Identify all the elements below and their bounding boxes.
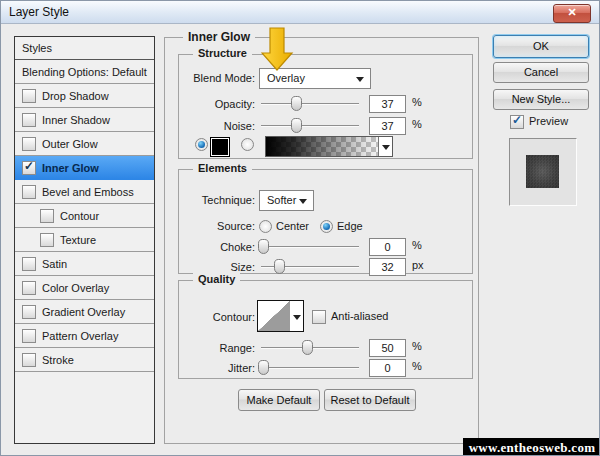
source-edge-label[interactable]: Edge — [337, 220, 363, 232]
slider-thumb[interactable] — [291, 96, 302, 111]
source-center-label[interactable]: Center — [276, 220, 309, 232]
solid-color-radio[interactable] — [195, 138, 208, 151]
source-label: Source: — [179, 219, 255, 234]
opacity-row: Opacity: 37 % — [179, 95, 472, 113]
choke-slider[interactable] — [261, 238, 359, 256]
sidebar-item-label: Contour — [60, 210, 99, 222]
jitter-row: Jitter: 0 % — [179, 359, 472, 377]
quality-section: Quality Contour: Anti-aliased Range: 50 … — [178, 280, 473, 379]
preview-glow-square — [526, 155, 559, 188]
gradient-picker[interactable] — [265, 136, 393, 157]
sidebar-item-label: Color Overlay — [42, 282, 109, 294]
reset-to-default-button[interactable]: Reset to Default — [324, 389, 416, 411]
choke-input[interactable]: 0 — [369, 238, 406, 256]
noise-input[interactable]: 37 — [369, 117, 406, 135]
bevel-emboss-checkbox[interactable] — [22, 185, 36, 199]
technique-label: Technique: — [179, 190, 255, 211]
outer-glow-checkbox[interactable] — [22, 137, 36, 151]
contour-checkbox[interactable] — [40, 209, 54, 223]
slider-thumb[interactable] — [274, 259, 285, 274]
sidebar-item-label: Inner Shadow — [42, 114, 110, 126]
make-default-button[interactable]: Make Default — [238, 389, 320, 411]
range-label: Range: — [179, 339, 255, 357]
preview-label[interactable]: Preview — [529, 115, 568, 127]
inner-shadow-checkbox[interactable] — [22, 113, 36, 127]
sidebar-item-pattern-overlay[interactable]: Pattern Overlay — [15, 324, 154, 348]
pattern-overlay-checkbox[interactable] — [22, 329, 36, 343]
range-unit: % — [412, 340, 422, 352]
sidebar-item-satin[interactable]: Satin — [15, 252, 154, 276]
watermark: www.entheosweb.com — [463, 438, 600, 456]
structure-section: Structure Blend Mode: Overlay Opacity: 3… — [178, 54, 473, 159]
layer-style-dialog: Layer Style ✕ Styles Blending Options: D… — [0, 0, 600, 456]
sidebar-item-inner-glow[interactable]: Inner Glow — [15, 156, 154, 180]
noise-label: Noise: — [179, 117, 255, 135]
texture-checkbox[interactable] — [40, 233, 54, 247]
slider-track — [261, 125, 359, 127]
styles-list-header: Styles — [15, 37, 154, 60]
noise-slider[interactable] — [261, 117, 359, 135]
sidebar-item-gradient-overlay[interactable]: Gradient Overlay — [15, 300, 154, 324]
glow-color-row — [179, 135, 472, 157]
color-swatch[interactable] — [210, 137, 230, 157]
cancel-button[interactable]: Cancel — [493, 62, 589, 83]
elements-heading: Elements — [193, 162, 252, 174]
size-input[interactable]: 32 — [369, 258, 406, 276]
opacity-slider[interactable] — [261, 95, 359, 113]
technique-row: Technique: Softer — [179, 190, 472, 211]
choke-row: Choke: 0 % — [179, 238, 472, 256]
gradient-radio[interactable] — [241, 138, 254, 151]
source-edge-radio[interactable] — [320, 220, 333, 233]
source-center-radio[interactable] — [259, 220, 272, 233]
slider-thumb[interactable] — [291, 118, 302, 133]
ok-button[interactable]: OK — [493, 35, 589, 58]
jitter-input[interactable]: 0 — [369, 359, 406, 377]
sidebar-item-stroke[interactable]: Stroke — [15, 348, 154, 372]
color-overlay-checkbox[interactable] — [22, 281, 36, 295]
sidebar-item-bevel-emboss[interactable]: Bevel and Emboss — [15, 180, 154, 204]
sidebar-item-outer-glow[interactable]: Outer Glow — [15, 132, 154, 156]
blend-mode-row: Blend Mode: Overlay — [179, 68, 472, 89]
size-slider[interactable] — [261, 258, 359, 276]
noise-unit: % — [412, 118, 422, 130]
stroke-checkbox[interactable] — [22, 353, 36, 367]
range-slider[interactable] — [261, 339, 359, 357]
anti-aliased-label[interactable]: Anti-aliased — [331, 310, 388, 322]
preview-thumbnail — [509, 138, 577, 206]
close-button[interactable]: ✕ — [553, 4, 591, 23]
chevron-down-icon — [382, 145, 390, 150]
slider-track — [261, 103, 359, 105]
slider-thumb[interactable] — [258, 239, 269, 254]
anti-aliased-checkbox[interactable] — [312, 310, 326, 324]
slider-thumb[interactable] — [302, 340, 313, 355]
jitter-slider[interactable] — [261, 359, 359, 377]
sidebar-item-drop-shadow[interactable]: Drop Shadow — [15, 84, 154, 108]
drop-shadow-checkbox[interactable] — [22, 89, 36, 103]
sidebar-item-texture[interactable]: Texture — [15, 228, 154, 252]
contour-row: Contour: Anti-aliased — [179, 300, 472, 334]
sidebar-item-blending-options[interactable]: Blending Options: Default — [15, 60, 154, 84]
slider-track — [261, 367, 359, 369]
gradient-overlay-checkbox[interactable] — [22, 305, 36, 319]
preview-checkbox[interactable] — [510, 115, 524, 129]
range-row: Range: 50 % — [179, 339, 472, 357]
close-icon: ✕ — [567, 6, 576, 18]
slider-thumb[interactable] — [258, 360, 269, 375]
satin-checkbox[interactable] — [22, 257, 36, 271]
title-bar[interactable]: Layer Style ✕ — [1, 1, 599, 24]
gradient-dropdown[interactable] — [378, 137, 392, 156]
new-style-button[interactable]: New Style... — [493, 89, 589, 110]
elements-section: Elements Technique: Softer Source: Cente… — [178, 169, 473, 274]
chevron-down-icon — [293, 315, 301, 320]
opacity-input[interactable]: 37 — [369, 95, 406, 113]
technique-select[interactable]: Softer — [259, 190, 314, 211]
sidebar-item-contour[interactable]: Contour — [15, 204, 154, 228]
sidebar-item-color-overlay[interactable]: Color Overlay — [15, 276, 154, 300]
range-input[interactable]: 50 — [369, 339, 406, 357]
contour-dropdown[interactable] — [290, 300, 304, 332]
contour-picker[interactable] — [257, 300, 291, 332]
styles-list: Styles Blending Options: Default Drop Sh… — [14, 36, 155, 444]
sidebar-item-inner-shadow[interactable]: Inner Shadow — [15, 108, 154, 132]
opacity-label: Opacity: — [179, 95, 255, 113]
inner-glow-checkbox[interactable] — [22, 161, 36, 175]
